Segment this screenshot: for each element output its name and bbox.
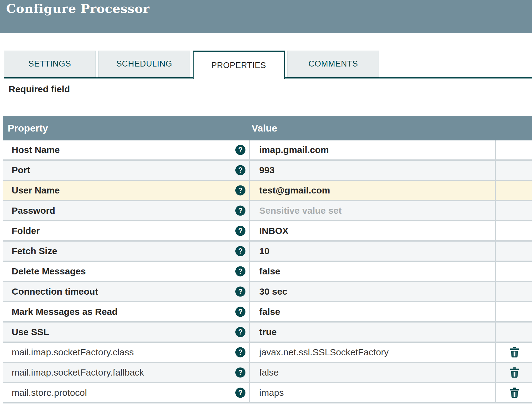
properties-table: Property Value Host Name ? imap.gmail.co… [3,116,532,403]
question-circle-icon[interactable]: ? [235,388,245,398]
property-value-cell[interactable]: 10 [251,242,496,261]
question-circle-icon[interactable]: ? [235,165,245,175]
required-field-note: Required field [9,84,70,94]
property-row: Password ? Sensitive value set [3,201,532,221]
tab-label: COMMENTS [308,59,358,69]
property-value: true [259,327,277,337]
property-value-cell[interactable]: true [251,323,496,342]
property-name: Port [12,165,30,175]
property-name-cell: Password ? [3,201,250,220]
property-row: Mark Messages as Read ? false [3,302,532,323]
trash-icon [510,367,519,378]
tab-properties[interactable]: PROPERTIES [193,51,285,79]
property-value-cell[interactable]: 993 [251,161,496,180]
property-row: User Name ? test@gmail.com [3,181,532,201]
property-name: mail.imap.socketFactory.fallback [12,367,144,378]
property-name-cell: Connection timeout ? [3,282,250,301]
property-value-cell[interactable]: false [251,302,496,321]
property-name-cell: mail.imap.socketFactory.fallback ? [3,363,250,382]
property-value: 10 [259,246,269,256]
question-circle-icon[interactable]: ? [235,368,245,378]
trash-icon [510,388,519,398]
property-row: mail.store.protocol ? imaps [3,383,532,403]
property-row: Use SSL ? true [3,323,532,343]
property-value: Sensitive value set [259,205,341,216]
property-name-cell: Mark Messages as Read ? [3,302,250,321]
property-value: false [259,266,280,277]
property-name-cell: Folder ? [3,221,250,240]
property-value-cell[interactable]: false [251,262,496,281]
configure-processor-dialog: Configure Processor SETTINGS SCHEDULING … [0,0,532,405]
property-value: imap.gmail.com [259,145,329,155]
question-circle-icon[interactable]: ? [235,307,245,317]
property-value-cell[interactable]: 30 sec [251,282,496,301]
property-value: test@gmail.com [259,185,330,196]
property-name: Host Name [12,145,60,155]
delete-cell [497,363,532,382]
property-value-cell[interactable]: javax.net.ssl.SSLSocketFactory [251,343,496,362]
property-value-cell[interactable]: Sensitive value set [251,201,496,220]
property-name: Password [12,205,55,216]
property-name-cell: User Name ? [3,181,250,200]
delete-cell [497,343,532,362]
trash-icon [510,347,519,357]
delete-property-button[interactable] [509,366,520,379]
property-name-cell: Use SSL ? [3,323,250,342]
property-value: false [259,307,280,317]
property-name-cell: mail.store.protocol ? [3,383,250,402]
delete-cell [497,242,532,261]
delete-property-button[interactable] [509,346,520,359]
table-header-row: Property Value [3,116,532,140]
property-name: Connection timeout [12,286,98,297]
delete-cell [497,282,532,301]
question-circle-icon[interactable]: ? [235,185,245,196]
tab-label: SCHEDULING [116,59,172,69]
question-circle-icon[interactable]: ? [235,226,245,236]
question-circle-icon[interactable]: ? [235,287,245,297]
delete-cell [497,383,532,402]
delete-cell [497,140,532,159]
property-row: Fetch Size ? 10 [3,242,532,262]
property-name: Fetch Size [12,246,57,256]
question-circle-icon[interactable]: ? [235,246,245,256]
dialog-header: Configure Processor [0,0,532,33]
column-header-property: Property [8,123,48,134]
property-value: false [259,367,279,378]
delete-cell [497,302,532,321]
property-value-cell[interactable]: test@gmail.com [251,181,496,200]
tab-scheduling[interactable]: SCHEDULING [98,51,190,77]
property-value-cell[interactable]: false [251,363,496,382]
delete-cell [497,161,532,180]
property-name-cell: Host Name ? [3,140,250,159]
column-header-value: Value [252,123,277,134]
property-row: Connection timeout ? 30 sec [3,282,532,302]
tab-settings[interactable]: SETTINGS [4,51,96,77]
property-name-cell: mail.imap.socketFactory.class ? [3,343,250,362]
question-circle-icon[interactable]: ? [235,145,245,155]
property-value-cell[interactable]: imaps [251,383,496,402]
dialog-title: Configure Processor [6,1,149,16]
property-row: Host Name ? imap.gmail.com [3,140,532,161]
tab-label: SETTINGS [28,59,71,69]
property-value: imaps [259,388,284,398]
property-name: User Name [12,185,60,196]
property-row: mail.imap.socketFactory.fallback ? false [3,363,532,383]
question-circle-icon[interactable]: ? [235,347,245,357]
delete-cell [497,181,532,200]
property-value-cell[interactable]: imap.gmail.com [251,140,496,159]
property-value: 30 sec [259,286,287,297]
property-name: Folder [12,226,40,236]
question-circle-icon[interactable]: ? [235,327,245,337]
property-value-cell[interactable]: INBOX [251,221,496,240]
tab-comments[interactable]: COMMENTS [287,51,379,77]
delete-cell [497,201,532,220]
tab-label: PROPERTIES [211,61,266,70]
property-row: mail.imap.socketFactory.class ? javax.ne… [3,343,532,363]
property-row: Port ? 993 [3,161,532,181]
question-circle-icon[interactable]: ? [235,266,245,277]
question-circle-icon[interactable]: ? [235,206,245,216]
property-name: Mark Messages as Read [12,307,118,317]
delete-property-button[interactable] [509,386,520,399]
property-name-cell: Fetch Size ? [3,242,250,261]
property-row: Folder ? INBOX [3,221,532,242]
